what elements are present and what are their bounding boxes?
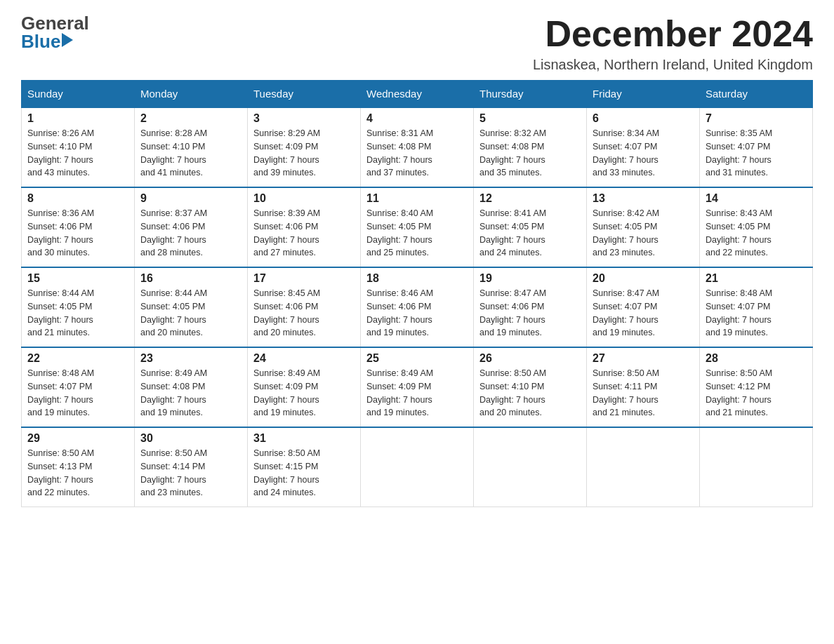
calendar-cell: 10Sunrise: 8:39 AMSunset: 4:06 PMDayligh… [248, 187, 361, 267]
day-number: 13 [593, 192, 694, 205]
day-number: 18 [366, 272, 468, 285]
day-info: Sunrise: 8:28 AMSunset: 4:10 PMDaylight:… [140, 127, 241, 180]
day-number: 2 [140, 112, 241, 125]
day-info: Sunrise: 8:37 AMSunset: 4:06 PMDaylight:… [140, 207, 241, 260]
calendar-cell: 6Sunrise: 8:34 AMSunset: 4:07 PMDaylight… [587, 107, 700, 187]
day-info: Sunrise: 8:47 AMSunset: 4:07 PMDaylight:… [593, 287, 694, 340]
day-number: 4 [366, 112, 468, 125]
day-number: 26 [479, 352, 581, 365]
day-info: Sunrise: 8:36 AMSunset: 4:06 PMDaylight:… [27, 207, 128, 260]
calendar-cell: 2Sunrise: 8:28 AMSunset: 4:10 PMDaylight… [135, 107, 248, 187]
day-info: Sunrise: 8:44 AMSunset: 4:05 PMDaylight:… [140, 287, 241, 340]
calendar-cell: 3Sunrise: 8:29 AMSunset: 4:09 PMDaylight… [248, 107, 361, 187]
day-info: Sunrise: 8:45 AMSunset: 4:06 PMDaylight:… [253, 287, 355, 340]
calendar-cell: 7Sunrise: 8:35 AMSunset: 4:07 PMDaylight… [700, 107, 813, 187]
day-number: 6 [593, 112, 694, 125]
calendar-cell: 17Sunrise: 8:45 AMSunset: 4:06 PMDayligh… [248, 267, 361, 347]
day-info: Sunrise: 8:39 AMSunset: 4:06 PMDaylight:… [253, 207, 355, 260]
logo-arrow-icon [62, 33, 73, 47]
day-number: 14 [706, 192, 807, 205]
col-sunday: Sunday [22, 81, 135, 108]
day-number: 19 [479, 272, 581, 285]
calendar-cell: 29Sunrise: 8:50 AMSunset: 4:13 PMDayligh… [22, 427, 135, 507]
col-friday: Friday [587, 81, 700, 108]
calendar-cell: 25Sunrise: 8:49 AMSunset: 4:09 PMDayligh… [361, 347, 474, 427]
day-number: 11 [366, 192, 468, 205]
day-info: Sunrise: 8:42 AMSunset: 4:05 PMDaylight:… [593, 207, 694, 260]
day-number: 9 [140, 192, 241, 205]
calendar-cell: 19Sunrise: 8:47 AMSunset: 4:06 PMDayligh… [474, 267, 587, 347]
calendar-cell: 21Sunrise: 8:48 AMSunset: 4:07 PMDayligh… [700, 267, 813, 347]
day-number: 25 [366, 352, 468, 365]
calendar-cell: 5Sunrise: 8:32 AMSunset: 4:08 PMDaylight… [474, 107, 587, 187]
day-info: Sunrise: 8:34 AMSunset: 4:07 PMDaylight:… [593, 127, 694, 180]
day-number: 12 [479, 192, 581, 205]
day-number: 22 [27, 352, 128, 365]
day-number: 5 [479, 112, 581, 125]
title-section: December 2024 Lisnaskea, Northern Irelan… [533, 14, 813, 73]
day-number: 29 [27, 432, 128, 445]
day-info: Sunrise: 8:47 AMSunset: 4:06 PMDaylight:… [479, 287, 581, 340]
col-thursday: Thursday [474, 81, 587, 108]
day-number: 28 [706, 352, 807, 365]
day-info: Sunrise: 8:48 AMSunset: 4:07 PMDaylight:… [27, 367, 128, 420]
day-info: Sunrise: 8:50 AMSunset: 4:12 PMDaylight:… [706, 367, 807, 420]
day-info: Sunrise: 8:49 AMSunset: 4:09 PMDaylight:… [366, 367, 468, 420]
day-info: Sunrise: 8:26 AMSunset: 4:10 PMDaylight:… [27, 127, 128, 180]
location-subtitle: Lisnaskea, Northern Ireland, United King… [533, 57, 813, 73]
day-info: Sunrise: 8:48 AMSunset: 4:07 PMDaylight:… [706, 287, 807, 340]
day-info: Sunrise: 8:46 AMSunset: 4:06 PMDaylight:… [366, 287, 468, 340]
calendar-cell: 11Sunrise: 8:40 AMSunset: 4:05 PMDayligh… [361, 187, 474, 267]
day-info: Sunrise: 8:50 AMSunset: 4:13 PMDaylight:… [27, 447, 128, 499]
logo-general: General [21, 14, 89, 32]
day-number: 15 [27, 272, 128, 285]
day-number: 8 [27, 192, 128, 205]
day-number: 30 [140, 432, 241, 445]
calendar-cell: 20Sunrise: 8:47 AMSunset: 4:07 PMDayligh… [587, 267, 700, 347]
calendar-cell: 26Sunrise: 8:50 AMSunset: 4:10 PMDayligh… [474, 347, 587, 427]
month-title: December 2024 [533, 14, 813, 54]
col-monday: Monday [135, 81, 248, 108]
calendar-cell: 1Sunrise: 8:26 AMSunset: 4:10 PMDaylight… [22, 107, 135, 187]
calendar-cell: 30Sunrise: 8:50 AMSunset: 4:14 PMDayligh… [135, 427, 248, 507]
day-info: Sunrise: 8:41 AMSunset: 4:05 PMDaylight:… [479, 207, 581, 260]
calendar-cell: 8Sunrise: 8:36 AMSunset: 4:06 PMDaylight… [22, 187, 135, 267]
day-number: 3 [253, 112, 355, 125]
calendar-cell: 9Sunrise: 8:37 AMSunset: 4:06 PMDaylight… [135, 187, 248, 267]
day-number: 24 [253, 352, 355, 365]
calendar-cell [587, 427, 700, 507]
day-info: Sunrise: 8:35 AMSunset: 4:07 PMDaylight:… [706, 127, 807, 180]
day-info: Sunrise: 8:40 AMSunset: 4:05 PMDaylight:… [366, 207, 468, 260]
day-number: 21 [706, 272, 807, 285]
calendar-week-5: 29Sunrise: 8:50 AMSunset: 4:13 PMDayligh… [22, 427, 813, 507]
calendar-week-4: 22Sunrise: 8:48 AMSunset: 4:07 PMDayligh… [22, 347, 813, 427]
day-info: Sunrise: 8:50 AMSunset: 4:15 PMDaylight:… [253, 447, 355, 499]
day-number: 1 [27, 112, 128, 125]
calendar-cell: 28Sunrise: 8:50 AMSunset: 4:12 PMDayligh… [700, 347, 813, 427]
calendar-cell: 23Sunrise: 8:49 AMSunset: 4:08 PMDayligh… [135, 347, 248, 427]
calendar-table: Sunday Monday Tuesday Wednesday Thursday… [21, 80, 813, 507]
calendar-cell: 31Sunrise: 8:50 AMSunset: 4:15 PMDayligh… [248, 427, 361, 507]
day-info: Sunrise: 8:49 AMSunset: 4:08 PMDaylight:… [140, 367, 241, 420]
calendar-cell [474, 427, 587, 507]
day-number: 27 [593, 352, 694, 365]
day-info: Sunrise: 8:29 AMSunset: 4:09 PMDaylight:… [253, 127, 355, 180]
day-number: 10 [253, 192, 355, 205]
day-info: Sunrise: 8:50 AMSunset: 4:11 PMDaylight:… [593, 367, 694, 420]
calendar-cell: 24Sunrise: 8:49 AMSunset: 4:09 PMDayligh… [248, 347, 361, 427]
calendar-cell: 27Sunrise: 8:50 AMSunset: 4:11 PMDayligh… [587, 347, 700, 427]
day-info: Sunrise: 8:32 AMSunset: 4:08 PMDaylight:… [479, 127, 581, 180]
day-info: Sunrise: 8:31 AMSunset: 4:08 PMDaylight:… [366, 127, 468, 180]
calendar-cell: 14Sunrise: 8:43 AMSunset: 4:05 PMDayligh… [700, 187, 813, 267]
calendar-cell: 22Sunrise: 8:48 AMSunset: 4:07 PMDayligh… [22, 347, 135, 427]
day-info: Sunrise: 8:43 AMSunset: 4:05 PMDaylight:… [706, 207, 807, 260]
day-number: 16 [140, 272, 241, 285]
calendar-header-row: Sunday Monday Tuesday Wednesday Thursday… [22, 81, 813, 108]
day-number: 20 [593, 272, 694, 285]
col-wednesday: Wednesday [361, 81, 474, 108]
calendar-cell [700, 427, 813, 507]
calendar-cell: 15Sunrise: 8:44 AMSunset: 4:05 PMDayligh… [22, 267, 135, 347]
day-number: 7 [706, 112, 807, 125]
day-info: Sunrise: 8:50 AMSunset: 4:14 PMDaylight:… [140, 447, 241, 499]
calendar-cell: 4Sunrise: 8:31 AMSunset: 4:08 PMDaylight… [361, 107, 474, 187]
